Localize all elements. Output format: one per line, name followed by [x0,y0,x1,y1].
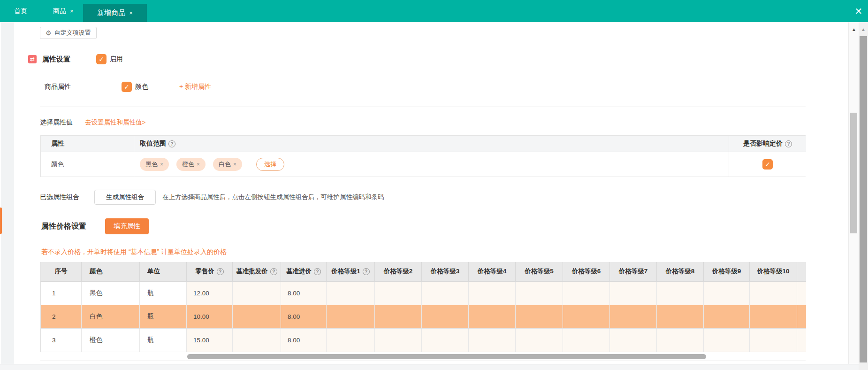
header-label: 是否影响定价 [743,139,783,148]
price-warning: 若不录入价格，开单时将使用 “基本信息” 计量单位处录入的价格 [41,248,227,256]
table-cell[interactable]: 15.00 [187,328,233,352]
tab-new-product[interactable]: 新增商品 × [83,4,147,22]
table-cell[interactable]: 8.00 [281,281,327,305]
enable-label: 启用 [110,55,123,63]
header-label: 基准批发价 [236,268,268,275]
table-cell[interactable] [610,281,657,305]
tab-close-icon[interactable]: × [70,8,74,15]
table-cell[interactable] [422,328,469,352]
attribute-table: 属性 取值范围 ? 是否影响定价 ? 颜色 黑色×橙色×白色× 选择 ✓ [40,135,806,177]
tag-remove-icon[interactable]: × [233,161,236,168]
tab-home[interactable]: 首页 [6,0,36,22]
table-row[interactable]: 2白色瓶10.008.00 [41,305,806,328]
header-label: 价格等级10 [757,268,789,275]
table-cell[interactable] [233,328,281,352]
table-cell[interactable] [797,305,806,328]
table-cell[interactable] [233,305,281,328]
header-affects-pricing: 是否影响定价 ? [729,136,806,152]
orange-side-handle[interactable] [0,208,2,234]
table-cell[interactable] [750,305,797,328]
table-cell[interactable] [704,305,750,328]
color-checkbox[interactable]: ✓ [122,82,132,92]
table-cell[interactable] [657,281,704,305]
table-cell[interactable] [797,328,806,352]
table-cell[interactable] [469,305,516,328]
tab-close-icon[interactable]: × [129,9,133,16]
enable-checkbox[interactable]: ✓ [96,54,107,64]
header-label: 价格等级1 [331,268,360,275]
combination-label: 已选属性组合 [40,193,79,201]
table-cell[interactable] [469,281,516,305]
table-cell[interactable] [233,281,281,305]
table-cell[interactable] [657,305,704,328]
tag-remove-icon[interactable]: × [197,161,200,168]
outer-scrollbar-thumb[interactable] [860,36,867,362]
table-cell: 3 [41,328,82,352]
table-cell[interactable]: 12.00 [187,281,233,305]
header-cell: 基准批发价? [233,262,281,281]
inner-scrollbar-thumb[interactable] [850,113,857,233]
table-cell[interactable] [327,305,375,328]
table-cell[interactable]: 10.00 [187,305,233,328]
tag-remove-icon[interactable]: × [160,161,163,168]
inner-vertical-scrollbar[interactable]: ▲ [848,22,859,364]
table-cell[interactable] [375,281,422,305]
help-icon[interactable]: ? [270,268,277,275]
table-cell[interactable] [563,281,610,305]
table-cell[interactable] [327,281,375,305]
table-cell[interactable]: 8.00 [281,305,327,328]
header-cell: 价格等级7 [610,262,657,281]
add-attribute-link[interactable]: + 新增属性 [179,83,211,91]
price-table: 序号颜色单位零售价?基准批发价?基准进价?价格等级1?价格等级2价格等级3价格等… [40,262,806,352]
horizontal-scrollbar-thumb[interactable] [187,354,706,359]
table-cell[interactable] [750,328,797,352]
window-close-icon[interactable]: ✕ [853,6,864,17]
table-cell[interactable] [563,328,610,352]
table-cell[interactable] [422,305,469,328]
scroll-up-icon[interactable]: ▲ [859,27,868,32]
price-table-header: 序号颜色单位零售价?基准批发价?基准进价?价格等级1?价格等级2价格等级3价格等… [41,262,806,281]
table-cell[interactable] [563,305,610,328]
affects-pricing-checkbox[interactable]: ✓ [762,159,773,170]
attribute-name: 颜色 [51,160,64,169]
header-cell: 价格等级1? [327,262,375,281]
fill-attributes-button[interactable]: 填充属性 [105,218,149,234]
tab-goods[interactable]: 商品 × [45,0,82,22]
generate-combination-button[interactable]: 生成属性组合 [94,190,156,205]
table-cell[interactable] [704,328,750,352]
help-icon[interactable]: ? [314,268,321,275]
table-cell[interactable] [610,328,657,352]
attribute-name-cell: 颜色 [41,152,134,177]
help-icon[interactable]: ? [363,268,370,275]
setup-attributes-link[interactable]: 去设置属性和属性值> [85,118,145,127]
table-cell[interactable] [657,328,704,352]
table-cell[interactable] [422,281,469,305]
header-value-range: 取值范围 ? [134,136,729,152]
table-cell[interactable] [327,328,375,352]
header-cell: 价格等级3 [422,262,469,281]
help-icon[interactable]: ? [217,268,224,275]
header-cell: 基准进价? [281,262,327,281]
table-cell[interactable] [516,281,563,305]
table-cell[interactable] [375,328,422,352]
header-cell: 价格等级10 [750,262,797,281]
table-row[interactable]: 3橙色瓶15.008.00 [41,328,806,352]
table-cell[interactable] [516,305,563,328]
header-cell: 价格等级4 [469,262,516,281]
table-cell[interactable] [469,328,516,352]
help-icon[interactable]: ? [785,140,792,147]
table-cell[interactable] [797,281,806,305]
header-label: 基准进价 [286,268,312,275]
table-row[interactable]: 1黑色瓶12.008.00 [41,281,806,305]
scroll-up-icon[interactable]: ▲ [849,27,859,32]
select-button[interactable]: 选择 [256,158,284,171]
table-cell[interactable] [704,281,750,305]
custom-fields-button[interactable]: ⚙ 自定义项设置 [40,27,97,39]
table-cell[interactable] [375,305,422,328]
table-cell[interactable] [516,328,563,352]
table-cell[interactable] [610,305,657,328]
help-icon[interactable]: ? [168,140,175,147]
table-cell[interactable] [750,281,797,305]
table-cell[interactable]: 8.00 [281,328,327,352]
outer-vertical-scrollbar[interactable]: ▲ [859,22,868,370]
